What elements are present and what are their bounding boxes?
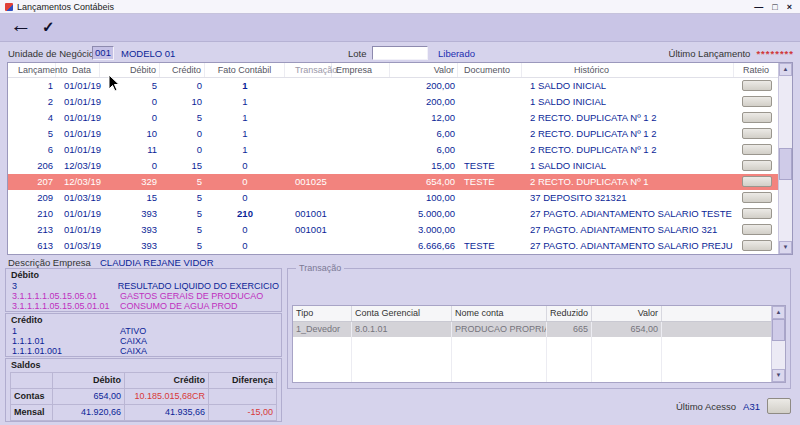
saldos-col-diferenca: Diferença <box>209 373 277 389</box>
cell-fato-contabil: 1 <box>205 142 285 158</box>
cell-fato-contabil: 0 <box>205 158 285 174</box>
business-unit-name: MODELO 01 <box>121 48 175 59</box>
saldos-table: Débito Crédito Diferença Contas654,0010.… <box>10 372 278 421</box>
rateio-button[interactable] <box>742 240 772 251</box>
transacao-box-title: Transação <box>296 263 344 273</box>
business-unit-code-field[interactable]: 001 <box>92 46 114 60</box>
cell-credito: 0 <box>160 78 205 94</box>
status-liberado: Liberado <box>438 48 475 59</box>
cell-transacao <box>285 238 332 254</box>
titlebar: Lançamentos Contábeis — □ × <box>0 0 800 14</box>
cell-fato-contabil: 0 <box>205 238 285 254</box>
rateio-cell <box>734 206 779 222</box>
grid-row[interactable]: 20712/03/1932950001025654,00TESTE2 RECTO… <box>8 174 779 190</box>
scroll-down-icon[interactable]: ▼ <box>779 241 792 254</box>
empresa-label: Descrição Empresa <box>8 257 91 268</box>
close-icon[interactable]: × <box>787 1 792 13</box>
rateio-button[interactable] <box>742 144 772 155</box>
grid-row[interactable]: 21001/01/1939352100010015.000,0027 PAGTO… <box>8 206 779 222</box>
cell-tipo: 1_Devedor <box>293 322 352 337</box>
cell-historico: 27 PAGTO. ADIANTAMENTO SALARIO 321 <box>522 222 734 238</box>
cell-transacao: 001001 <box>285 206 332 222</box>
empty-cell <box>662 352 772 367</box>
credito-box: Crédito 1ATIVO1.1.1.01CAIXA1.1.1.01.001C… <box>5 313 282 357</box>
transacao-col-conta-gerencial: Conta Gerencial <box>352 306 452 321</box>
cell-empresa <box>332 222 390 238</box>
rateio-button[interactable] <box>742 160 772 171</box>
empty-cell <box>293 352 352 367</box>
grid-row[interactable]: 20612/03/19015015,00TESTE1 SALDO INICIAL <box>8 158 779 174</box>
grid-body: 101/01/19501200,001 SALDO INICIAL201/01/… <box>8 78 779 254</box>
grid-row[interactable]: 20901/03/191550100,0037 DEPOSITO 321321 <box>8 190 779 206</box>
toolbar: ← ✓ <box>0 14 800 42</box>
col-header-rateio: Rateio <box>734 63 779 77</box>
back-arrow-icon[interactable]: ← <box>10 12 32 38</box>
grid-row[interactable]: 21301/01/19393500010013.000,0027 PAGTO. … <box>8 222 779 238</box>
grid-row[interactable]: 501/01/1910016,002 RECTO. DUPLICATA Nº 1… <box>8 126 779 142</box>
cell-data: 01/01/19 <box>56 110 100 126</box>
app-icon <box>5 3 13 11</box>
saldos-row-label: Mensal <box>11 405 53 421</box>
cell-valor: 6,00 <box>390 126 458 142</box>
saldos-debito-value: 41.920,66 <box>53 405 125 421</box>
account-code: 1.1.1.01 <box>12 336 120 346</box>
rateio-cell <box>734 94 779 110</box>
rateio-cell <box>734 222 779 238</box>
transacao-scrollbar[interactable]: ▲ ▼ <box>771 306 785 382</box>
grid-row[interactable]: 61301/03/19393506.666,66TESTE27 PAGTO. A… <box>8 238 779 254</box>
empty-cell <box>592 352 662 367</box>
cell-documento <box>458 110 522 126</box>
col-header-data: Data <box>56 63 100 77</box>
cell-documento <box>458 190 522 206</box>
account-name: RESULTADO LIQUIDO DO EXERCICIO <box>118 281 279 291</box>
transacao-row[interactable]: 1_Devedor8.0.1.01PRODUCAO PROPRIA665654,… <box>293 322 772 337</box>
cell-empresa <box>332 158 390 174</box>
cell-credito: 15 <box>160 158 205 174</box>
maximize-icon[interactable]: □ <box>772 1 777 13</box>
footer: Último Acesso A31 <box>676 398 791 414</box>
rateio-button[interactable] <box>742 128 772 139</box>
empty-cell <box>592 337 662 352</box>
cell-valor: 5.000,00 <box>390 206 458 222</box>
saldos-diferenca-value: -15,00 <box>209 405 277 421</box>
business-unit-label: Unidade de Negócio <box>8 48 94 59</box>
empresa-value: CLAUDIA REJANE VIDOR <box>100 257 214 268</box>
grid-row[interactable]: 401/01/1905112,002 RECTO. DUPLICATA Nº 1… <box>8 110 779 126</box>
lote-input[interactable] <box>372 46 428 60</box>
cell-lancamento: 2 <box>8 94 56 110</box>
last-access-label: Último Acesso <box>676 401 736 412</box>
saldos-box: Saldos Débito Crédito Diferença Contas65… <box>5 358 282 422</box>
saldos-header-row: Débito Crédito Diferença <box>11 373 278 389</box>
account-row: 3.1.1.1.1.05.15.05.01.01CONSUMO DE AGUA … <box>12 301 279 311</box>
scrollbar-thumb[interactable] <box>779 148 792 180</box>
saldos-row: Contas654,0010.185.015,68CR <box>11 389 278 405</box>
rateio-button[interactable] <box>742 80 772 91</box>
account-code: 3.1.1.1.1.05.15.05.01 <box>12 291 120 301</box>
account-row: 1ATIVO <box>12 326 279 336</box>
grid-vertical-scrollbar[interactable]: ▲ ▼ <box>778 63 792 254</box>
saldos-debito-value: 654,00 <box>53 389 125 405</box>
rateio-button[interactable] <box>742 192 772 203</box>
rateio-button[interactable] <box>742 96 772 107</box>
rateio-button[interactable] <box>742 112 772 123</box>
scrollbar-thumb[interactable] <box>772 319 785 341</box>
confirm-check-icon[interactable]: ✓ <box>42 18 55 36</box>
last-access-button[interactable] <box>767 398 791 414</box>
scroll-up-icon[interactable]: ▲ <box>772 306 785 319</box>
rateio-button[interactable] <box>742 208 772 219</box>
cell-debito: 5 <box>100 78 160 94</box>
rateio-button[interactable] <box>742 176 772 187</box>
minimize-icon[interactable]: — <box>754 1 763 13</box>
rateio-button[interactable] <box>742 224 772 235</box>
cell-reduzido: 665 <box>547 322 592 337</box>
grid-row[interactable]: 101/01/19501200,001 SALDO INICIAL <box>8 78 779 94</box>
scroll-up-icon[interactable]: ▲ <box>779 63 792 76</box>
grid-row[interactable]: 601/01/1911016,002 RECTO. DUPLICATA Nº 1… <box>8 142 779 158</box>
scroll-down-icon[interactable]: ▼ <box>772 369 785 382</box>
cell-historico: 1 SALDO INICIAL <box>522 94 734 110</box>
cell-historico: 2 RECTO. DUPLICATA Nº 1 <box>522 174 734 190</box>
cell-historico: 2 RECTO. DUPLICATA Nº 1 2 <box>522 110 734 126</box>
cell-documento <box>458 206 522 222</box>
debito-box-title: Débito <box>11 270 39 280</box>
grid-row[interactable]: 201/01/190101200,001 SALDO INICIAL <box>8 94 779 110</box>
